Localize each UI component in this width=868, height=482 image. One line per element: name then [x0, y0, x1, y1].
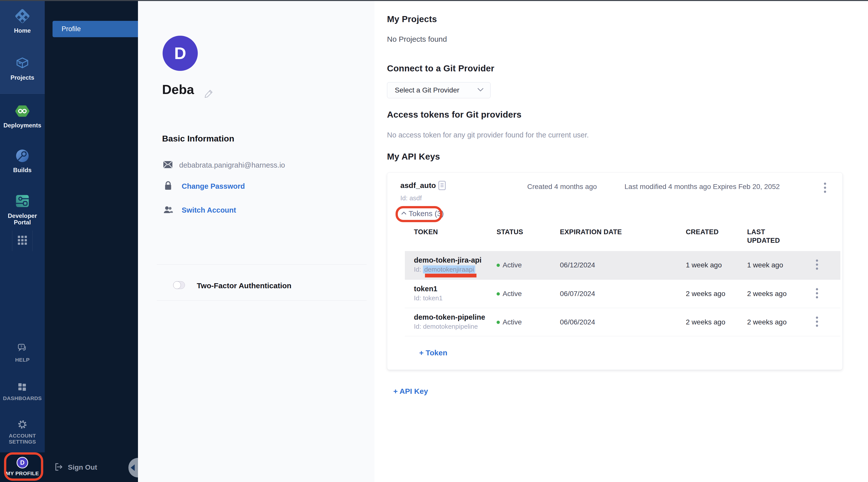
- lock-icon: [164, 181, 172, 191]
- col-header-status: STATUS: [497, 228, 523, 236]
- api-key-created: Created 4 months ago: [527, 183, 597, 191]
- email-row: debabrata.panigrahi@harness.io: [163, 161, 285, 170]
- token-id-prefix: Id:: [414, 323, 421, 330]
- token-updated: 2 weeks ago: [747, 290, 786, 298]
- no-access-token-text: No access token for any git provider fou…: [387, 131, 589, 139]
- add-token-button[interactable]: + Token: [419, 349, 447, 357]
- token-expiration: 06/07/2024: [560, 290, 595, 298]
- switch-account-link[interactable]: Switch Account: [182, 206, 236, 214]
- my-profile-label: MY PROFILE: [0, 471, 45, 477]
- token-created: 2 weeks ago: [686, 290, 725, 298]
- copy-icon[interactable]: [438, 180, 446, 192]
- change-password-link[interactable]: Change Password: [182, 182, 245, 190]
- sidebar-item-developer-portal[interactable]: Developer Portal: [0, 193, 45, 226]
- token-status: Active: [497, 318, 522, 326]
- sidebar-item-help[interactable]: ? HELP: [0, 343, 45, 363]
- edit-name-icon[interactable]: [204, 88, 214, 99]
- git-provider-title: Connect to a Git Provider: [387, 63, 494, 73]
- git-provider-select[interactable]: Select a Git Provider: [387, 82, 491, 98]
- two-factor-label: Two-Factor Authentication: [197, 281, 291, 290]
- token-status: Active: [497, 261, 522, 269]
- chevron-down-icon: [477, 88, 484, 93]
- module-grid-icon: [17, 235, 28, 246]
- user-display-name: Deba: [162, 82, 194, 97]
- annotation-underline: [425, 274, 476, 277]
- sidebar-item-projects[interactable]: Projects: [0, 56, 45, 81]
- sidebar-item-builds[interactable]: Builds: [0, 148, 45, 173]
- api-key-menu-icon[interactable]: [824, 182, 827, 195]
- my-projects-title: My Projects: [387, 14, 437, 24]
- sidebar-item-label: Home: [0, 27, 45, 34]
- token-id: Id: token1: [414, 294, 442, 302]
- tokens-expander[interactable]: Tokens (3): [401, 209, 444, 218]
- toggle-knob: [173, 281, 181, 289]
- home-icon: [14, 8, 30, 25]
- projects-icon: [15, 56, 30, 72]
- status-label: Active: [503, 261, 522, 269]
- avatar: D: [17, 457, 28, 469]
- token-menu-icon[interactable]: [815, 259, 818, 272]
- main-content: My Projects No Projects found Connect to…: [374, 0, 868, 482]
- sidebar-item-label: Projects: [0, 74, 45, 81]
- avatar[interactable]: D: [163, 36, 198, 71]
- change-password-row[interactable]: Change Password: [164, 181, 245, 191]
- sidebar-item-home[interactable]: Home: [0, 8, 45, 34]
- git-provider-select-value: Select a Git Provider: [395, 86, 459, 94]
- api-key-name: asdf_auto: [400, 181, 436, 190]
- dashboards-icon: [17, 382, 27, 393]
- builds-icon: [15, 148, 30, 164]
- token-row[interactable]: token1 Id: token1 Active 06/07/2024 2 we…: [405, 280, 840, 308]
- token-id-prefix: Id:: [414, 266, 421, 273]
- sidebar-item-dashboards[interactable]: DASHBOARDS: [0, 382, 45, 401]
- window-top-edge: [0, 0, 868, 1]
- status-dot-icon: [497, 264, 500, 267]
- sidebar-item-my-profile[interactable]: D MY PROFILE: [0, 457, 45, 477]
- sign-out-icon: [54, 462, 63, 473]
- svg-text:?: ?: [20, 345, 22, 349]
- token-id: Id: demotokenjiraapi: [414, 266, 475, 273]
- gear-icon: [17, 419, 28, 431]
- chevron-up-icon: [401, 211, 407, 216]
- status-dot-icon: [497, 321, 500, 324]
- token-row[interactable]: demo-token-jira-api Id: demotokenjiraapi…: [405, 251, 840, 280]
- two-factor-toggle[interactable]: [173, 281, 185, 289]
- nav-item-profile-selected[interactable]: Profile: [53, 21, 138, 37]
- add-api-key-button[interactable]: + API Key: [393, 387, 428, 396]
- status-label: Active: [503, 318, 522, 326]
- token-menu-icon[interactable]: [815, 315, 818, 329]
- sign-out-button[interactable]: Sign Out: [54, 462, 97, 473]
- sidebar-item-label: HELP: [0, 357, 45, 363]
- sidebar-item-account-settings[interactable]: ACCOUNT SETTINGS: [0, 419, 45, 445]
- token-created: 2 weeks ago: [686, 318, 725, 326]
- col-header-expiration: EXPIRATION DATE: [560, 228, 622, 236]
- sidebar-item-label: Deployments: [0, 122, 45, 129]
- no-projects-text: No Projects found: [387, 35, 447, 43]
- api-keys-title: My API Keys: [387, 152, 440, 161]
- token-id-prefix: Id:: [414, 294, 421, 302]
- token-id: Id: demotokenpipeline: [414, 323, 478, 330]
- api-key-id: Id: asdf: [400, 194, 422, 202]
- secondary-sidebar: Profile Sign Out: [45, 0, 138, 482]
- user-email: debabrata.panigrahi@harness.io: [179, 161, 285, 170]
- token-id-value: token1: [423, 294, 442, 302]
- col-header-created: CREATED: [686, 228, 719, 236]
- email-icon: [163, 161, 173, 170]
- harness-profile-screen: Home Projects Deployments Builds Develop: [0, 0, 868, 482]
- deployments-icon: [15, 103, 30, 120]
- api-key-modified-expires: Last modified 4 months ago Expires Feb 2…: [624, 183, 780, 191]
- token-status: Active: [497, 290, 522, 298]
- token-updated: 1 week ago: [747, 261, 783, 269]
- switch-account-row[interactable]: Switch Account: [163, 205, 236, 215]
- access-tokens-title: Access tokens for Git providers: [387, 110, 522, 120]
- token-name: token1: [414, 285, 437, 293]
- module-picker-button[interactable]: [12, 231, 33, 251]
- token-row[interactable]: demo-token-pipeline Id: demotokenpipelin…: [405, 308, 840, 336]
- sidebar-collapse-button[interactable]: [128, 458, 138, 478]
- profile-panel: D Deba Basic Information debabrata.panig…: [138, 0, 374, 482]
- token-name: demo-token-jira-api: [414, 256, 482, 264]
- sidebar-item-deployments[interactable]: Deployments: [0, 103, 45, 129]
- token-menu-icon[interactable]: [815, 287, 818, 300]
- sign-out-label: Sign Out: [68, 463, 97, 472]
- tokens-count-label: Tokens (3): [409, 209, 444, 218]
- status-dot-icon: [497, 292, 500, 296]
